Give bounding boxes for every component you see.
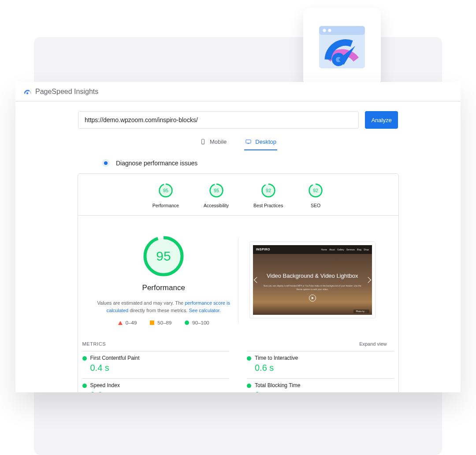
big-score-label: Performance xyxy=(142,283,185,292)
gauge-icon: 95 xyxy=(158,183,174,198)
pagespeed-logo-icon xyxy=(24,89,31,95)
metric-tti: Time to Interactive 0.6 s xyxy=(247,351,394,378)
metric-fcp: First Contentful Paint 0.4 s xyxy=(82,351,230,378)
gauge-icon: 92 xyxy=(308,183,324,198)
status-dot-icon xyxy=(247,384,251,388)
legend-low: 0–49 xyxy=(118,320,137,325)
url-input[interactable] xyxy=(78,111,359,129)
metrics-header: METRICS Expand view xyxy=(78,335,398,347)
square-icon xyxy=(150,321,154,325)
search-row: Analyze xyxy=(15,101,461,135)
status-dot-icon xyxy=(82,384,87,388)
thumb-nav: HomeAboutGalleryServicesBlogShop xyxy=(321,248,369,251)
triangle-icon xyxy=(118,321,123,325)
thumb-nav-bar: INSPIRO HomeAboutGalleryServicesBlogShop xyxy=(253,245,372,254)
mobile-icon xyxy=(200,138,206,145)
divider xyxy=(238,238,238,324)
desktop-icon xyxy=(245,138,252,145)
svg-text:92: 92 xyxy=(313,188,318,193)
metric-name: First Contentful Paint xyxy=(90,355,230,361)
svg-point-2 xyxy=(323,29,326,32)
metric-value: 0.4 s xyxy=(90,363,230,373)
tab-mobile[interactable]: Mobile xyxy=(199,135,227,150)
tab-desktop[interactable]: Desktop xyxy=(244,135,277,150)
app-header: PageSpeed Insights xyxy=(15,82,461,101)
pagespeed-app: PageSpeed Insights Analyze Mobile Deskto… xyxy=(15,82,461,392)
gauge-icon: 95 xyxy=(208,183,224,198)
metric-value: 0.6 s xyxy=(90,390,230,392)
status-dot-icon xyxy=(247,356,251,361)
score-seo[interactable]: 92 SEO xyxy=(308,183,324,208)
screenshot-thumb: INSPIRO HomeAboutGalleryServicesBlogShop… xyxy=(250,242,375,318)
status-dot-icon xyxy=(82,356,87,361)
svg-point-3 xyxy=(328,29,331,32)
card-mid: 95 Performance Values are estimated and … xyxy=(78,216,398,335)
analyze-button[interactable]: Analyze xyxy=(365,111,398,129)
metric-name: Total Blocking Time xyxy=(255,382,394,388)
expand-view-button[interactable]: Expand view xyxy=(359,341,387,347)
tab-mobile-label: Mobile xyxy=(210,138,227,145)
metrics-col-left: First Contentful Paint 0.4 s Speed Index… xyxy=(82,351,230,392)
results-card: 95 Performance 95 Accessibility 92 Best … xyxy=(78,173,399,392)
device-tabs: Mobile Desktop xyxy=(15,135,461,150)
circle-icon xyxy=(185,321,189,325)
score-label: Best Practices xyxy=(253,203,283,208)
svg-text:95: 95 xyxy=(156,249,171,263)
app-title: PageSpeed Insights xyxy=(35,88,98,96)
metrics-title: METRICS xyxy=(82,341,106,347)
pagespeed-badge xyxy=(303,8,381,86)
section-bullet-icon xyxy=(102,159,110,167)
calc-link-2[interactable]: See calculator. xyxy=(189,308,221,313)
metric-tbt: Total Blocking Time 0 ms xyxy=(247,378,394,392)
score-label: SEO xyxy=(311,203,320,208)
metric-si: Speed Index 0.6 s xyxy=(82,378,230,392)
screenshot-thumb-wrap: INSPIRO HomeAboutGalleryServicesBlogShop… xyxy=(238,234,387,325)
section-title: Diagnose performance issues xyxy=(116,160,197,167)
legend: 0–49 50–89 90–100 xyxy=(118,320,209,325)
gauge-icon: 92 xyxy=(260,183,276,198)
score-row: 95 Performance 95 Accessibility 92 Best … xyxy=(78,180,398,216)
thumb-credit: Photo by ... xyxy=(353,310,369,313)
section-head: Diagnose performance issues xyxy=(15,150,461,173)
thumb-title: Video Background & Video Lightbox xyxy=(253,272,372,279)
svg-rect-10 xyxy=(248,143,249,144)
metric-value: 0.6 s xyxy=(255,363,394,373)
thumb-sub: Now you can display a self-hosted MP4 or… xyxy=(262,284,363,291)
metrics-grid: First Contentful Paint 0.4 s Speed Index… xyxy=(78,347,398,392)
svg-text:95: 95 xyxy=(163,188,168,193)
legend-mid: 50–89 xyxy=(150,320,171,325)
metrics-col-right: Time to Interactive 0.6 s Total Blocking… xyxy=(247,351,394,392)
thumb-logo: INSPIRO xyxy=(256,248,270,251)
play-icon xyxy=(309,295,316,302)
metric-name: Time to Interactive xyxy=(255,355,394,361)
score-best-practices[interactable]: 92 Best Practices xyxy=(253,183,283,208)
legend-high: 90–100 xyxy=(185,320,209,325)
svg-text:92: 92 xyxy=(266,188,271,193)
big-score-block: 95 Performance Values are estimated and … xyxy=(89,234,238,325)
metric-value: 0 ms xyxy=(255,390,394,392)
metric-name: Speed Index xyxy=(90,382,230,388)
svg-rect-8 xyxy=(203,143,204,144)
score-caption: Values are estimated and may vary. The p… xyxy=(95,299,232,314)
score-label: Performance xyxy=(152,203,179,208)
score-accessibility[interactable]: 95 Accessibility xyxy=(204,183,229,208)
svg-point-6 xyxy=(26,92,28,94)
score-performance[interactable]: 95 Performance xyxy=(152,183,179,208)
svg-rect-9 xyxy=(246,140,251,143)
svg-rect-1 xyxy=(319,26,365,35)
big-gauge-icon: 95 xyxy=(141,234,186,278)
tab-desktop-label: Desktop xyxy=(255,138,276,145)
svg-text:95: 95 xyxy=(214,188,219,193)
score-label: Accessibility xyxy=(204,203,229,208)
